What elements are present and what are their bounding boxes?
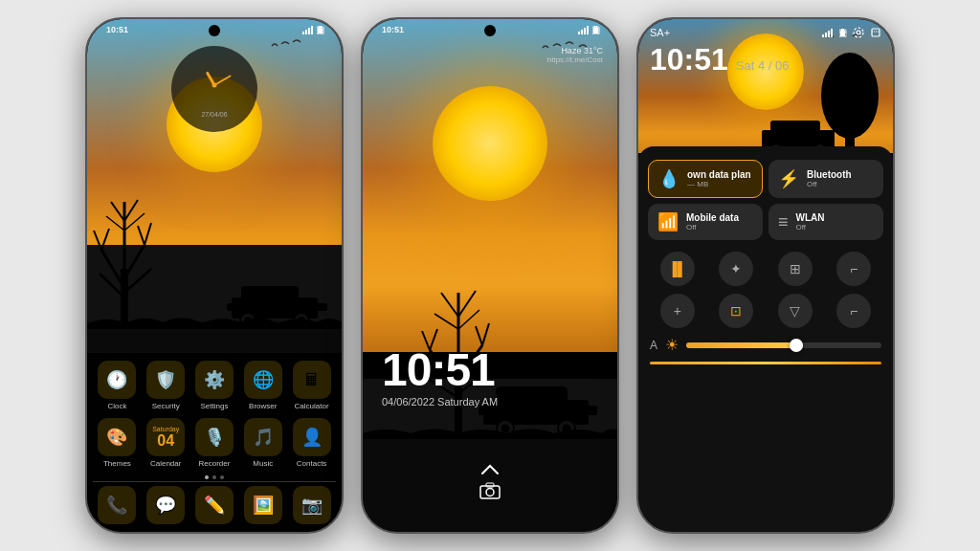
- dock-phone[interactable]: 📞: [95, 486, 139, 524]
- svg-rect-54: [587, 26, 589, 34]
- svg-point-59: [486, 489, 494, 496]
- brightness-track[interactable]: [686, 342, 881, 348]
- phone1-dock: 📞 💬 ✏️ 🖼️ 📷: [93, 481, 336, 526]
- app-settings-label: Settings: [201, 402, 229, 410]
- svg-rect-52: [581, 30, 583, 34]
- lock-big-time: 10:51: [382, 343, 498, 396]
- svg-line-8: [145, 223, 151, 245]
- app-music[interactable]: 🎵 Music: [241, 418, 285, 468]
- qs-settings-icon[interactable]: [853, 27, 864, 38]
- svg-rect-27: [319, 26, 322, 28]
- qs-btn-1[interactable]: ▐▌: [660, 252, 695, 286]
- qs-content: SA+ 10:51 Sat 4 / 06: [638, 19, 893, 532]
- qs-tile-mobile-info: Mobile data Off: [686, 212, 739, 231]
- app-contacts-icon: 👤: [293, 418, 331, 456]
- clock-date: 27/04/06: [201, 111, 227, 118]
- brightness-sun-icon: ☀: [665, 336, 679, 354]
- phone2-grass: [363, 422, 617, 439]
- qs-tile-wlan-info: WLAN Off: [796, 212, 825, 231]
- svg-rect-23: [305, 30, 307, 34]
- camera-icon: [479, 482, 501, 499]
- phone1-app-row2: 🎨 Themes Saturday 04 Calendar 🎙️ Recorde…: [93, 418, 336, 468]
- qs-btn-6[interactable]: ⊡: [719, 294, 753, 328]
- qs-battery-icon: [839, 29, 847, 37]
- svg-rect-51: [578, 32, 580, 34]
- clock-center: [212, 82, 217, 87]
- lock-date: 04/06/2022 Saturday AM: [382, 396, 498, 408]
- qs-bluetooth-icon: ⚡: [778, 168, 799, 189]
- app-settings[interactable]: ⚙️ Settings: [192, 361, 236, 410]
- dock-messages[interactable]: 💬: [144, 486, 188, 524]
- phone1-status-icons: [302, 26, 324, 34]
- app-clock[interactable]: 🕐 Clock: [95, 361, 139, 410]
- qs-tile-data[interactable]: 💧 own data plan — MB: [648, 160, 763, 198]
- app-recorder-label: Recorder: [199, 459, 231, 468]
- lock-gesture[interactable]: [480, 462, 500, 479]
- app-calculator[interactable]: 🖩 Calculator: [290, 361, 334, 410]
- qs-tile-wlan[interactable]: ≡ WLAN Off: [768, 204, 883, 240]
- dock-camera[interactable]: 📷: [290, 486, 334, 524]
- dock-messages-icon: 💬: [146, 486, 185, 524]
- qs-tile-wlan-sub: Off: [796, 223, 825, 231]
- qs-btn-7[interactable]: ▽: [778, 294, 813, 328]
- qs-tile-mobile[interactable]: 📶 Mobile data Off: [648, 204, 763, 240]
- app-themes[interactable]: 🎨 Themes: [95, 418, 139, 468]
- qs-tile-bluetooth[interactable]: ⚡ Bluetooth Off: [768, 160, 883, 198]
- qs-tile-wlan-title: WLAN: [796, 212, 825, 223]
- qs-tiles: 💧 own data plan — MB ⚡ Bluetooth Off: [638, 152, 893, 248]
- app-security-label: Security: [152, 402, 180, 410]
- dock-notes[interactable]: ✏️: [192, 486, 236, 524]
- app-security-icon: 🛡️: [146, 361, 185, 399]
- chevron-up-icon: [480, 464, 500, 475]
- qs-date: Sat 4 / 06: [736, 58, 790, 73]
- app-recorder-icon: 🎙️: [195, 418, 234, 456]
- qs-edit-icon[interactable]: [870, 27, 881, 38]
- svg-line-11: [124, 200, 138, 221]
- qs-tile-data-info: own data plan — MB: [687, 169, 751, 188]
- app-recorder[interactable]: 🎙️ Recorder: [192, 418, 236, 468]
- qs-btn-3[interactable]: ⊞: [778, 252, 813, 286]
- phone2-signal-icon: [578, 26, 590, 34]
- clock-face: [190, 61, 238, 109]
- qs-spacer: [638, 79, 893, 146]
- page-dots: [93, 475, 336, 479]
- phone1-app-grid: 🕐 Clock 🛡️ Security ⚙️ Settings 🌐 Browse…: [87, 353, 342, 532]
- svg-line-37: [482, 323, 489, 345]
- qs-time-row: 10:51 Sat 4 / 06: [638, 42, 893, 79]
- brightness-label-a: A: [650, 339, 657, 352]
- qs-tile-data-title: own data plan: [687, 169, 751, 180]
- dock-notes-icon: ✏️: [195, 486, 234, 524]
- dot-3: [220, 475, 224, 479]
- dock-gallery[interactable]: 🖼️: [241, 486, 285, 524]
- svg-line-2: [124, 245, 145, 278]
- svg-line-40: [458, 291, 476, 317]
- app-security[interactable]: 🛡️ Security: [144, 361, 188, 410]
- qs-quick-row2: + ⊡ ▽ ⌐: [638, 290, 893, 332]
- svg-rect-56: [594, 26, 597, 28]
- svg-line-39: [441, 293, 458, 317]
- app-contacts[interactable]: 👤 Contacts: [290, 418, 334, 468]
- svg-point-79: [854, 28, 863, 37]
- qs-data-icon: 💧: [658, 168, 679, 189]
- qs-btn-5[interactable]: +: [660, 294, 695, 328]
- svg-rect-28: [318, 28, 323, 33]
- app-calendar[interactable]: Saturday 04 Calendar: [144, 418, 188, 468]
- app-browser-icon: 🌐: [244, 361, 282, 399]
- qs-wlan-icon: ≡: [778, 212, 789, 232]
- qs-btn-2[interactable]: ✦: [719, 252, 753, 286]
- lock-camera-icon[interactable]: [479, 482, 501, 503]
- app-clock-label: Clock: [107, 402, 126, 410]
- phone1-notch: [209, 25, 220, 36]
- phone1-app-row1: 🕐 Clock 🛡️ Security ⚙️ Settings 🌐 Browse…: [93, 361, 336, 410]
- app-music-icon: 🎵: [244, 418, 282, 456]
- qs-btn-8[interactable]: ⌐: [836, 294, 871, 328]
- qs-btn-4[interactable]: ⌐: [836, 252, 871, 286]
- svg-rect-76: [841, 29, 844, 31]
- svg-rect-57: [593, 28, 598, 33]
- phone2-status-icons: [578, 26, 600, 34]
- qs-header: SA+: [638, 19, 893, 42]
- phone2: 10:51 Haze 31°C https://t.me/Cost 10:51 …: [361, 17, 619, 534]
- qs-tile-bt-info: Bluetooth Off: [807, 169, 852, 188]
- app-browser[interactable]: 🌐 Browser: [241, 361, 285, 410]
- qs-tile-mobile-sub: Off: [686, 223, 739, 231]
